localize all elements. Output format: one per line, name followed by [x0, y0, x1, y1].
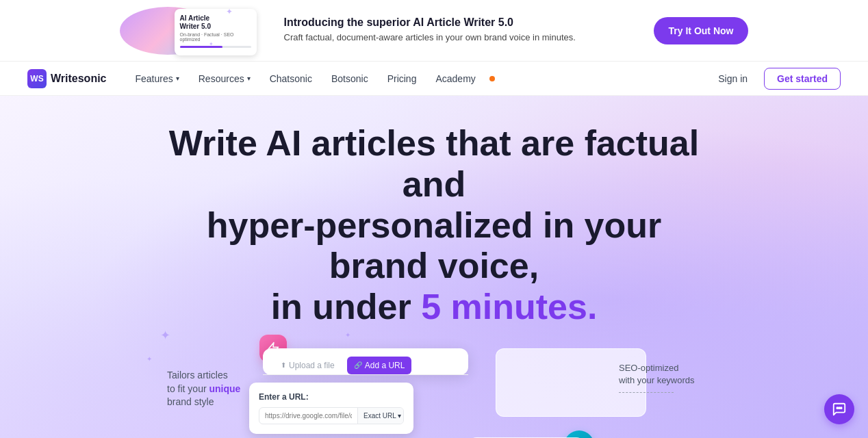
star-decoration: ✦	[146, 355, 152, 363]
url-popup-label: Enter a URL:	[259, 392, 404, 402]
banner-headline: Introducing the superior AI Article Writ…	[284, 16, 626, 29]
dashed-line-seo	[619, 392, 674, 393]
nav-link-chatsonic[interactable]: Chatsonic	[261, 69, 320, 88]
svg-point-4	[837, 407, 838, 409]
nav-link-academy[interactable]: Academy	[427, 69, 483, 88]
chevron-down-icon: ▾	[247, 75, 251, 82]
link-icon: 🔗	[354, 361, 362, 369]
hero-title-highlight: 5 minutes.	[421, 287, 597, 326]
label-brand-unique: unique	[209, 383, 240, 394]
label-brand-line3: brand style	[167, 396, 214, 407]
url-type-dropdown[interactable]: Exact URL ▾	[357, 408, 404, 424]
chatbot-icon	[832, 402, 847, 417]
nav-link-resources[interactable]: Resources ▾	[190, 69, 259, 88]
svg-point-5	[839, 407, 840, 409]
banner-text-block: Introducing the superior AI Article Writ…	[284, 16, 626, 44]
nav-links: Features ▾ Resources ▾ Chatsonic Botsoni…	[127, 69, 711, 88]
nav-link-botsonic[interactable]: Botsonic	[323, 69, 376, 88]
url-input-row: Exact URL ▾	[259, 407, 404, 424]
hero-demo-content: ✦ ✦ ✦ ⬆ Upload a file 🔗 Add a URL	[0, 342, 868, 438]
svg-point-6	[841, 407, 842, 409]
tab-add-url[interactable]: 🔗 Add a URL	[347, 357, 412, 374]
star-decoration: ✦	[209, 41, 214, 47]
tab-upload-file[interactable]: ⬆ Upload a file	[274, 357, 342, 374]
banner-card-bar-fill	[180, 46, 222, 48]
get-started-button[interactable]: Get started	[764, 68, 841, 90]
nav-notification-dot	[489, 76, 495, 81]
star-decoration: ✦	[226, 7, 233, 16]
logo-text: Writesonic	[51, 73, 107, 85]
chatbot-bubble[interactable]	[824, 394, 854, 424]
hero-title-line3: in under	[271, 287, 422, 326]
label-seo-line1: SEO-optimized	[619, 363, 678, 373]
star-decoration: ✦	[345, 331, 350, 339]
card-tabs: ⬆ Upload a file 🔗 Add a URL	[263, 348, 468, 375]
url-upload-card: ⬆ Upload a file 🔗 Add a URL Enter a URL:	[263, 348, 468, 375]
star-decoration: ✦	[160, 328, 170, 343]
url-popup: Enter a URL: Exact URL ▾	[249, 383, 413, 434]
banner-subtext: Craft factual, document-aware articles i…	[284, 31, 626, 44]
upload-icon: ⬆	[281, 361, 286, 369]
chevron-down-icon: ▾	[398, 412, 401, 420]
label-brand: Tailors articles to fit your unique bran…	[167, 369, 240, 409]
logo-icon: WS	[27, 69, 47, 88]
signin-button[interactable]: Sign in	[710, 69, 756, 88]
nav-actions: Sign in Get started	[710, 68, 841, 90]
label-seo-line2: with your keywords	[619, 375, 695, 385]
banner-illustration: AI Article Writer 5.0 On-brand · Factual…	[120, 3, 257, 58]
banner-card-subtitle: On-brand · Factual · SEO optimized	[180, 32, 251, 42]
nav-link-features[interactable]: Features ▾	[127, 69, 188, 88]
label-brand-line2: to fit your	[167, 383, 207, 394]
url-input-field[interactable]	[259, 408, 357, 424]
label-seo: SEO-optimized with your keywords	[619, 362, 695, 393]
hero-title-line2: hyper-personalized in your brand voice,	[207, 205, 662, 286]
navbar: WS Writesonic Features ▾ Resources ▾ Cha…	[0, 62, 868, 96]
banner-cta-button[interactable]: Try It Out Now	[654, 17, 749, 44]
nav-link-pricing[interactable]: Pricing	[379, 69, 425, 88]
hero-title-line1: Write AI articles that are factual and	[169, 123, 700, 204]
label-brand-line1: Tailors articles	[167, 370, 228, 381]
chevron-down-icon: ▾	[176, 75, 179, 82]
banner-card-bar	[180, 46, 251, 48]
banner-card: AI Article Writer 5.0 On-brand · Factual…	[175, 9, 257, 55]
hero-section: Write AI articles that are factual and h…	[0, 96, 868, 438]
nav-logo[interactable]: WS Writesonic	[27, 69, 107, 88]
hero-title: Write AI articles that are factual and h…	[160, 123, 708, 328]
banner-card-title: AI Article Writer 5.0	[180, 14, 251, 31]
top-banner: AI Article Writer 5.0 On-brand · Factual…	[0, 0, 868, 62]
